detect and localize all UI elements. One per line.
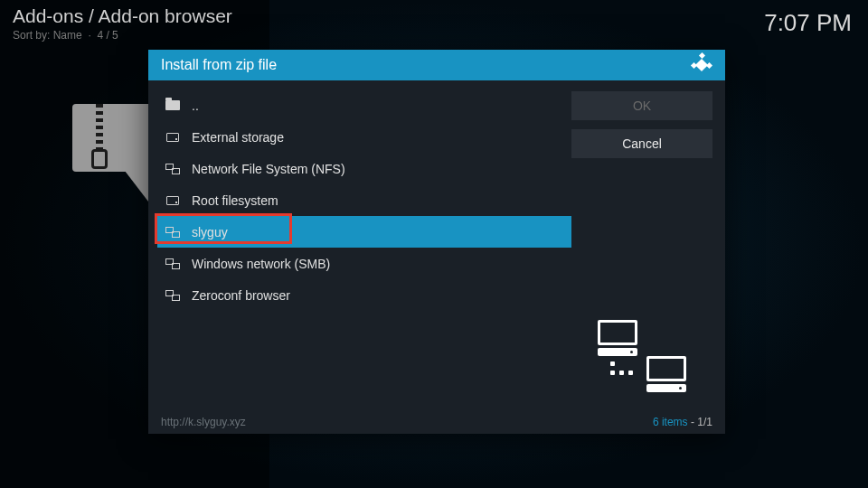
dialog-title: Install from zip file [161,57,277,73]
dialog-footer: http://k.slyguy.xyz 6 items - 1/1 [148,410,725,434]
list-item-label: Root filesystem [192,193,278,208]
zip-install-icon [72,104,154,203]
list-item-external-storage[interactable]: External storage [157,121,571,153]
folder-icon [165,99,181,112]
network-preview-icon [592,320,692,392]
file-list: .. External storage Network File System … [148,80,571,410]
list-item-smb[interactable]: Windows network (SMB) [157,248,571,279]
list-item-label: .. [192,99,199,113]
footer-path: http://k.slyguy.xyz [161,416,246,428]
position-counter: 4 / 5 [97,29,118,42]
list-item-label: External storage [192,130,284,145]
install-from-zip-dialog: Install from zip file .. External storag… [148,50,725,434]
sort-label: Sort by: Name [13,29,82,42]
subheader: Sort by: Name · 4 / 5 [13,29,232,42]
network-icon [165,226,181,239]
footer-page: - 1/1 [691,416,712,428]
kodi-logo-icon [691,54,712,76]
list-item-label: Network File System (NFS) [192,162,345,176]
drive-icon [165,131,181,144]
list-item-label: Windows network (SMB) [192,257,330,271]
breadcrumb: Add-ons / Add-on browser [13,5,232,27]
ok-button[interactable]: OK [571,91,712,120]
network-icon [165,258,181,270]
drive-icon [165,194,181,207]
clock: 7:07 PM [764,9,852,37]
list-item-label: slyguy [192,225,228,239]
header: Add-ons / Add-on browser Sort by: Name ·… [13,5,232,42]
side-panel: OK Cancel [571,80,725,410]
network-icon [165,163,181,175]
footer-count: 6 items - 1/1 [653,416,712,428]
list-item-slyguy[interactable]: slyguy [157,216,571,248]
network-icon [165,289,181,302]
list-item-parent[interactable]: .. [157,89,571,121]
list-item-label: Zeroconf browser [192,288,290,303]
list-item-root-filesystem[interactable]: Root filesystem [157,184,571,216]
list-item-zeroconf[interactable]: Zeroconf browser [157,279,571,311]
list-item-nfs[interactable]: Network File System (NFS) [157,153,571,184]
dot-sep: · [85,29,97,42]
dialog-header: Install from zip file [148,50,725,80]
dialog-body: .. External storage Network File System … [148,80,725,410]
cancel-button[interactable]: Cancel [571,129,712,158]
